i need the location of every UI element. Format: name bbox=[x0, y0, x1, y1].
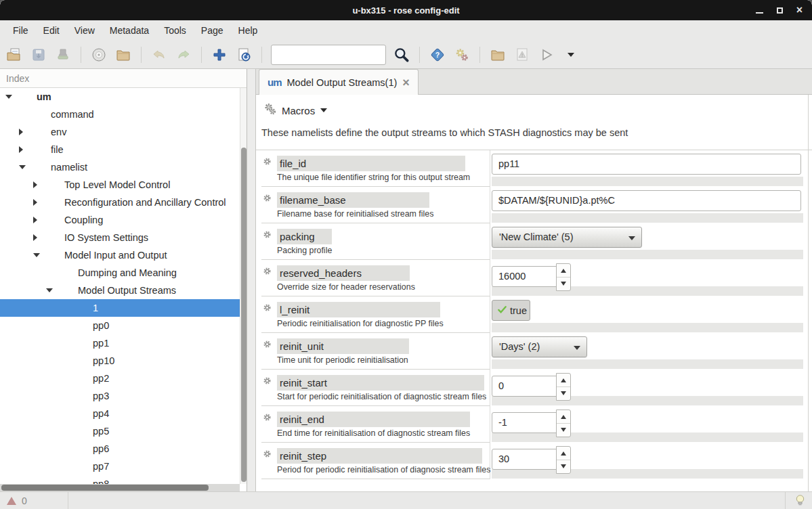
field-help-text: Packing profile bbox=[277, 246, 332, 255]
tree-item-pp6[interactable]: pp6 bbox=[0, 440, 240, 458]
tree-item-namelist[interactable]: namelist bbox=[0, 158, 240, 176]
error-triangle-icon[interactable] bbox=[7, 497, 16, 505]
suite-folder-icon[interactable] bbox=[489, 46, 507, 64]
hint-bulb-icon[interactable] bbox=[794, 494, 806, 509]
tree-item-env[interactable]: env bbox=[0, 123, 240, 141]
tree-item-pp1[interactable]: pp1 bbox=[0, 334, 240, 352]
macros-button[interactable]: Macros bbox=[263, 102, 327, 119]
browse-files-folder-icon[interactable] bbox=[114, 46, 132, 64]
menu-tools[interactable]: Tools bbox=[156, 22, 194, 39]
tree-item-label: Model Output Streams bbox=[78, 285, 176, 296]
window-title: u-bx315 - rose config-edit bbox=[352, 5, 459, 16]
run-options-chevron-icon[interactable] bbox=[562, 46, 580, 64]
field-menu-gear-icon[interactable] bbox=[263, 156, 272, 169]
tree-item-pp10[interactable]: pp10 bbox=[0, 352, 240, 370]
field-input-file_id[interactable]: pp11 bbox=[492, 154, 801, 175]
spinner-input-reinit_step[interactable]: 30 bbox=[492, 449, 557, 470]
menu-file[interactable]: File bbox=[5, 22, 36, 39]
chevron-down-icon[interactable] bbox=[5, 95, 12, 99]
field-menu-gear-icon[interactable] bbox=[263, 193, 272, 205]
tree-item-pp5[interactable]: pp5 bbox=[0, 422, 240, 440]
field-help-text: Start for periodic reinitialisation of d… bbox=[277, 392, 486, 401]
spin-up-icon[interactable] bbox=[557, 410, 570, 424]
tab-close-icon[interactable]: × bbox=[402, 78, 410, 87]
tab-model-output-streams[interactable]: um Model Output Streams(1) × bbox=[259, 69, 419, 95]
spin-down-icon[interactable] bbox=[557, 460, 570, 473]
run-suite-play-icon[interactable] bbox=[538, 46, 555, 64]
spinner-input-reinit_end[interactable]: -1 bbox=[492, 412, 557, 433]
field-menu-gear-icon[interactable] bbox=[263, 229, 272, 242]
chevron-right-icon[interactable] bbox=[33, 199, 37, 206]
close-icon[interactable]: × bbox=[796, 5, 803, 16]
field-menu-gear-icon[interactable] bbox=[263, 266, 272, 278]
tree-item-label: pp5 bbox=[93, 426, 109, 437]
load-metadata-disc-icon[interactable] bbox=[90, 46, 108, 64]
tree-item-top-level-model-control[interactable]: Top Level Model Control bbox=[0, 176, 240, 194]
minimize-icon[interactable] bbox=[756, 12, 763, 14]
chevron-right-icon[interactable] bbox=[19, 146, 23, 153]
revert-page-icon[interactable] bbox=[235, 46, 253, 64]
tree-item-dumping-and-meaning[interactable]: Dumping and Meaning bbox=[0, 264, 240, 282]
field-menu-gear-icon[interactable] bbox=[263, 303, 272, 315]
menu-page[interactable]: Page bbox=[194, 22, 231, 39]
chevron-down-icon[interactable] bbox=[33, 253, 40, 257]
tree-item-label: Coupling bbox=[64, 215, 103, 225]
field-menu-gear-icon[interactable] bbox=[263, 412, 272, 424]
scrollbar-thumb[interactable] bbox=[241, 148, 247, 482]
spinner-input-reserved_headers[interactable]: 16000 bbox=[492, 266, 557, 287]
field-toggle-l_reinit[interactable]: true bbox=[492, 300, 530, 321]
spin-down-icon[interactable] bbox=[557, 386, 570, 400]
menu-help[interactable]: Help bbox=[231, 22, 265, 39]
check-metadata-help-icon[interactable]: ? bbox=[429, 46, 446, 64]
chevron-right-icon[interactable] bbox=[33, 217, 37, 223]
spin-down-icon[interactable] bbox=[557, 423, 570, 437]
field-menu-gear-icon[interactable] bbox=[263, 376, 272, 388]
search-input[interactable] bbox=[271, 45, 386, 65]
maximize-icon[interactable] bbox=[777, 7, 783, 14]
tree-item-1[interactable]: 1 bbox=[0, 299, 240, 317]
spinner-input-reinit_start[interactable]: 0 bbox=[492, 376, 557, 397]
panel-splitter[interactable] bbox=[247, 69, 256, 491]
add-icon[interactable] bbox=[211, 46, 228, 64]
tree-item-pp0[interactable]: pp0 bbox=[0, 317, 240, 334]
tree-item-model-output-streams[interactable]: Model Output Streams bbox=[0, 282, 240, 299]
field-row-reinit_step: reinit_stepPeriod for periodic reinitial… bbox=[256, 443, 812, 479]
tree-item-pp4[interactable]: pp4 bbox=[0, 405, 240, 422]
field-dropdown-packing[interactable]: 'New Climate' (5) bbox=[492, 227, 642, 248]
tree-item-io-system-settings[interactable]: IO System Settings bbox=[0, 229, 240, 246]
spin-up-icon[interactable] bbox=[557, 374, 570, 387]
menu-edit[interactable]: Edit bbox=[36, 22, 67, 39]
tree-item-file[interactable]: file bbox=[0, 141, 240, 158]
chevron-right-icon[interactable] bbox=[19, 129, 23, 135]
tree-item-um[interactable]: um bbox=[0, 88, 240, 106]
field-menu-gear-icon[interactable] bbox=[263, 339, 272, 351]
chevron-right-icon[interactable] bbox=[33, 181, 37, 188]
field-dropdown-reinit_unit[interactable]: 'Days' (2) bbox=[492, 336, 587, 357]
tree-item-command[interactable]: command bbox=[0, 106, 240, 123]
chevron-down-icon[interactable] bbox=[19, 165, 26, 169]
spin-up-icon[interactable] bbox=[557, 447, 570, 460]
field-label-reserved_headers: reserved_headers bbox=[277, 265, 410, 281]
tree-item-label: pp8 bbox=[93, 479, 109, 484]
spin-up-icon[interactable] bbox=[557, 264, 570, 278]
tree-item-pp7[interactable]: pp7 bbox=[0, 458, 240, 475]
field-menu-gear-icon[interactable] bbox=[263, 449, 272, 461]
tree-item-pp2[interactable]: pp2 bbox=[0, 370, 240, 387]
open-icon[interactable] bbox=[5, 46, 23, 64]
spin-down-icon[interactable] bbox=[557, 277, 570, 290]
tree-item-coupling[interactable]: Coupling bbox=[0, 211, 240, 229]
tree-item-pp8[interactable]: pp8 bbox=[0, 475, 240, 484]
tree-item-label: pp1 bbox=[93, 338, 109, 349]
field-input-filename_base[interactable]: $DATAM/${RUNID}a.pt%C bbox=[492, 190, 801, 211]
tree-item-reconfiguration-and-ancillary-control[interactable]: Reconfiguration and Ancillary Control bbox=[0, 194, 240, 211]
tree-item-pp3[interactable]: pp3 bbox=[0, 387, 240, 405]
search-icon[interactable] bbox=[393, 46, 410, 64]
menu-view[interactable]: View bbox=[67, 22, 102, 39]
chevron-down-icon[interactable] bbox=[46, 288, 53, 292]
tree-horizontal-scrollbar[interactable] bbox=[0, 484, 240, 491]
chevron-right-icon[interactable] bbox=[33, 234, 37, 241]
tree-item-model-input-and-output[interactable]: Model Input and Output bbox=[0, 246, 240, 264]
tree-vertical-scrollbar[interactable] bbox=[240, 88, 247, 484]
scrollbar-thumb[interactable] bbox=[1, 485, 209, 491]
menu-metadata[interactable]: Metadata bbox=[102, 22, 156, 39]
